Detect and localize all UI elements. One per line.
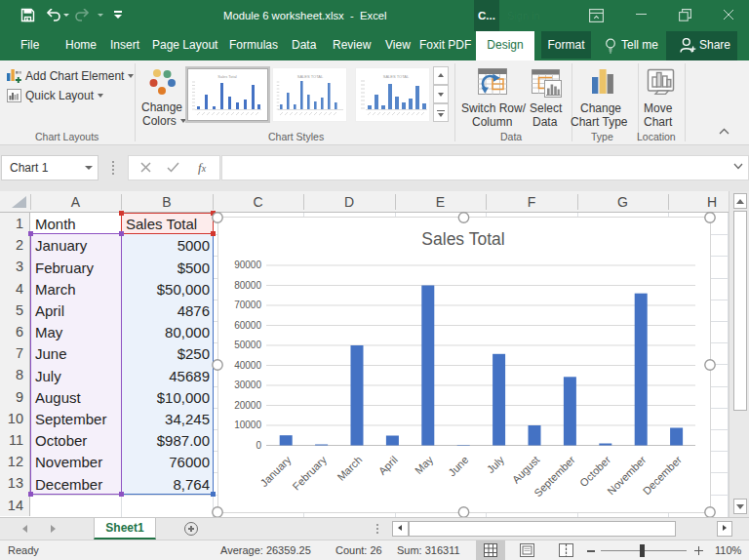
svg-text:50000: 50000 bbox=[234, 340, 261, 350]
svg-text:90000: 90000 bbox=[234, 260, 261, 270]
svg-text:March: March bbox=[335, 454, 364, 483]
svg-text:60000: 60000 bbox=[234, 320, 261, 331]
svg-text:0: 0 bbox=[256, 440, 261, 451]
svg-text:Sales Total: Sales Total bbox=[421, 229, 504, 249]
svg-text:December: December bbox=[641, 454, 685, 498]
svg-text:April: April bbox=[376, 454, 400, 477]
svg-text:40000: 40000 bbox=[234, 360, 261, 371]
svg-text:10000: 10000 bbox=[234, 420, 261, 430]
svg-text:80000: 80000 bbox=[234, 280, 261, 291]
svg-text:20000: 20000 bbox=[234, 400, 261, 411]
svg-text:May: May bbox=[413, 454, 436, 477]
svg-text:August: August bbox=[510, 454, 542, 486]
svg-text:70000: 70000 bbox=[234, 300, 261, 310]
svg-text:October: October bbox=[577, 454, 612, 489]
svg-text:July: July bbox=[485, 454, 507, 476]
svg-text:June: June bbox=[446, 454, 470, 478]
svg-text:January: January bbox=[257, 454, 294, 490]
svg-text:February: February bbox=[290, 454, 329, 493]
svg-text:30000: 30000 bbox=[234, 380, 261, 390]
